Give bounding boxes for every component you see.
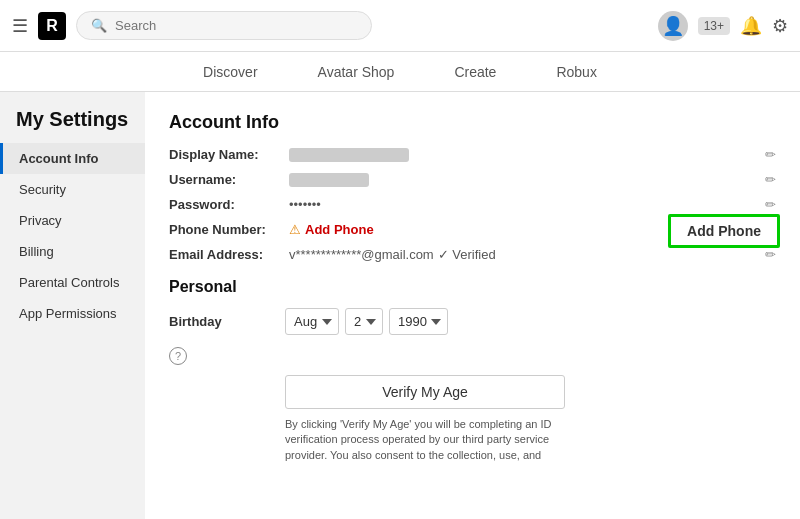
avatar-icon: 👤: [662, 15, 684, 37]
birthday-day-select[interactable]: 2: [345, 308, 383, 335]
add-phone-link[interactable]: Add Phone: [305, 222, 374, 237]
password-label: Password:: [169, 197, 289, 212]
email-value: v*************@gmail.com: [289, 247, 434, 262]
sidebar-item-privacy[interactable]: Privacy: [0, 205, 145, 236]
password-edit-icon[interactable]: ✏: [765, 197, 776, 212]
sidebar: My Settings Account Info Security Privac…: [0, 92, 145, 519]
password-value: •••••••: [289, 197, 321, 212]
sidebar-item-account-info[interactable]: Account Info: [0, 143, 145, 174]
tab-discover[interactable]: Discover: [203, 56, 257, 88]
tab-avatar-shop[interactable]: Avatar Shop: [318, 56, 395, 88]
search-bar[interactable]: 🔍: [76, 11, 372, 40]
add-phone-button-wrap: Add Phone: [668, 214, 780, 248]
birthday-month-select[interactable]: Aug: [285, 308, 339, 335]
username-value: [289, 173, 369, 187]
top-nav: ☰ R 🔍 👤 13+ 🔔 ⚙: [0, 0, 800, 52]
display-name-row: Display Name: ✏: [169, 147, 776, 162]
search-icon: 🔍: [91, 18, 107, 33]
email-edit-icon[interactable]: ✏: [765, 247, 776, 262]
sidebar-item-billing[interactable]: Billing: [0, 236, 145, 267]
age-label: 13+: [698, 17, 730, 35]
password-row: Password: ••••••• ✏: [169, 197, 776, 212]
search-input[interactable]: [115, 18, 357, 33]
phone-number-label: Phone Number:: [169, 222, 289, 237]
settings-icon[interactable]: ⚙: [772, 15, 788, 37]
personal-title: Personal: [169, 278, 776, 296]
verify-age-button[interactable]: Verify My Age: [285, 375, 565, 409]
verify-age-text: By clicking 'Verify My Age' you will be …: [285, 417, 565, 463]
birthday-row: Birthday Aug 2 1990: [169, 308, 776, 335]
birthday-selects: Aug 2 1990: [285, 308, 448, 335]
verified-badge: ✓ Verified: [438, 247, 496, 262]
avatar[interactable]: 👤: [658, 11, 688, 41]
main-layout: My Settings Account Info Security Privac…: [0, 92, 800, 519]
display-name-value: [289, 148, 409, 162]
tab-robux[interactable]: Robux: [556, 56, 596, 88]
warning-icon: ⚠: [289, 222, 301, 237]
sidebar-item-parental-controls[interactable]: Parental Controls: [0, 267, 145, 298]
username-row: Username: ✏: [169, 172, 776, 187]
help-icon[interactable]: ?: [169, 347, 187, 365]
birthday-year-select[interactable]: 1990: [389, 308, 448, 335]
sidebar-item-app-permissions[interactable]: App Permissions: [0, 298, 145, 329]
hamburger-icon[interactable]: ☰: [12, 15, 28, 37]
username-label: Username:: [169, 172, 289, 187]
notifications-icon[interactable]: 🔔: [740, 15, 762, 37]
help-row: ?: [169, 347, 776, 365]
account-info-title: Account Info: [169, 112, 776, 133]
add-phone-button[interactable]: Add Phone: [668, 214, 780, 248]
page-title: My Settings: [0, 108, 145, 143]
tab-create[interactable]: Create: [454, 56, 496, 88]
content-area: Account Info Display Name: ✏ Username: ✏…: [145, 92, 800, 519]
username-edit-icon[interactable]: ✏: [765, 172, 776, 187]
personal-section: Personal Birthday Aug 2 1990 ?: [169, 278, 776, 463]
sidebar-item-security[interactable]: Security: [0, 174, 145, 205]
nav-tabs: Discover Avatar Shop Create Robux: [0, 52, 800, 92]
display-name-edit-icon[interactable]: ✏: [765, 147, 776, 162]
birthday-label: Birthday: [169, 314, 269, 329]
email-label: Email Address:: [169, 247, 289, 262]
roblox-logo: R: [38, 12, 66, 40]
email-address-row: Email Address: v*************@gmail.com …: [169, 247, 776, 262]
display-name-label: Display Name:: [169, 147, 289, 162]
